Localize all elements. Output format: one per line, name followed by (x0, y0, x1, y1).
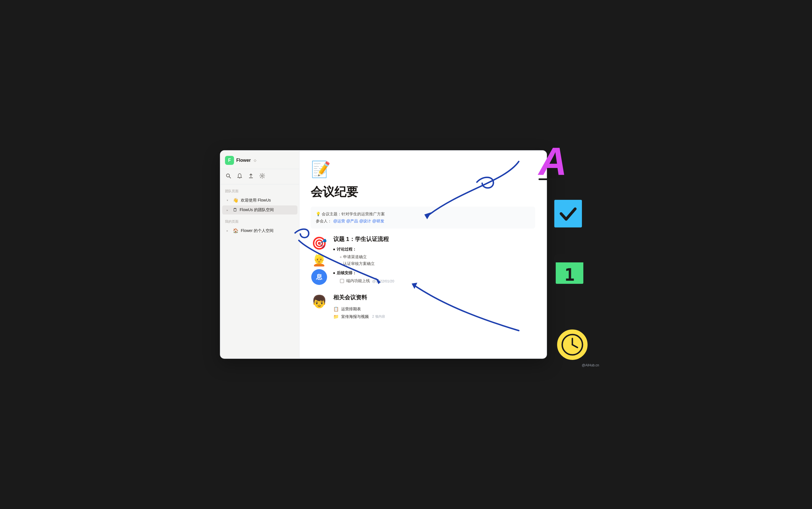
upload-icon[interactable] (248, 173, 254, 180)
main-content: 📝 会议纪要 💡 会议主题：针对学生的运营推广方案 参会人： @运营 @产品 @… (299, 151, 546, 358)
sub-bullet-item-1: 申请渠道确立 (340, 253, 535, 261)
sidebar: F Flower ◇ (221, 151, 299, 358)
deco-letter-a: A (539, 142, 581, 180)
expand-icon-team: ▸ (227, 209, 231, 212)
team-space-icon: 🗒 (233, 207, 237, 212)
file-name-schedule: 运营排期表 (341, 307, 361, 312)
file-item-schedule[interactable]: 📋 运营排期表 (333, 305, 535, 313)
svg-line-7 (229, 177, 231, 178)
sidebar-item-welcome[interactable]: ▾ 👋 欢迎使用 FlowUs (222, 196, 297, 205)
team-space-label: FlowUs 的团队空间 (240, 207, 274, 212)
file-badge-media: 2 项内容 (372, 314, 385, 319)
discussion-header: 讨论过程： (333, 247, 535, 252)
discussion-list: 申请渠道确立 认证审核方案确立 (333, 253, 535, 267)
sidebar-header: F Flower ◇ (221, 151, 299, 169)
avatar-target: 🎯 (311, 235, 327, 251)
meta-participants: @运营 @产品 @设计 @研发 (333, 217, 384, 225)
task-checkbox-1[interactable] (340, 279, 344, 283)
followup-section: 后续安排： 端内功能上线 @2022/01/20 (333, 271, 535, 285)
page-title: 会议纪要 (311, 184, 535, 200)
task-label-1: 端内功能上线 (346, 278, 370, 283)
file-item-media[interactable]: 📁 宣传海报与视频 2 项内容 (333, 313, 535, 320)
meta-subject: 💡 会议主题：针对学生的运营推广方案 (316, 210, 385, 217)
sidebar-item-personal-space[interactable]: ▸ 🏠 Flower 的个人空间 (222, 226, 297, 235)
task-item-1: 端内功能上线 @2022/01/20 (340, 277, 535, 285)
sub-bullet-item-2: 认证审核方案确立 (340, 261, 535, 267)
sidebar-toolbar (221, 169, 299, 184)
meta-subject-row: 💡 会议主题：针对学生的运营推广方案 (316, 210, 530, 217)
my-section-label: 我的页面 (221, 215, 299, 226)
app-card: F Flower ◇ (220, 150, 547, 359)
expand-icon-welcome: ▾ (227, 199, 231, 202)
sub-item-1-text: 申请渠道确立 (343, 254, 367, 260)
agenda-title: 议题 1：学生认证流程 (333, 235, 535, 243)
deco-checkbox (553, 198, 584, 229)
meta-participants-row: 参会人： @运营 @产品 @设计 @研发 (316, 217, 530, 225)
related-content: 相关会议资料 📋 运营排期表 📁 宣传海报与视频 2 项内容 (333, 294, 535, 320)
chevron-icon[interactable]: ◇ (254, 159, 256, 162)
svg-point-8 (261, 175, 263, 177)
meta-participants-label: 参会人： (316, 217, 331, 225)
followup-header: 后续安排： (333, 271, 535, 276)
watermark: @AIHub.cn (582, 363, 599, 367)
svg-line-2 (572, 345, 577, 347)
welcome-icon: 👋 (233, 198, 238, 203)
related-title: 相关会议资料 (333, 294, 535, 301)
sidebar-item-team-space[interactable]: ▸ 🗒 FlowUs 的团队空间 (222, 205, 297, 214)
file-icon-schedule: 📋 (333, 306, 339, 312)
personal-space-icon: 🏠 (233, 228, 238, 233)
agenda-content: 议题 1：学生认证流程 讨论过程： 申请渠道确立 (333, 235, 535, 288)
related-section: 👦 相关会议资料 📋 运营排期表 📁 宣传海报与视频 2 项内容 (311, 294, 535, 320)
avatar-xi: 息 (311, 269, 327, 285)
settings-icon[interactable] (259, 173, 265, 180)
task-list: 端内功能上线 @2022/01/20 (333, 277, 535, 285)
avatar-person: 👱 (311, 252, 327, 268)
task-date-1: @2022/01/20 (372, 279, 394, 283)
app-logo: F (225, 156, 234, 165)
agenda-section: 🎯 👱 息 议题 1：学生认证流程 讨论过程： (311, 235, 535, 288)
expand-icon-personal: ▸ (227, 229, 231, 232)
deco-clock (555, 328, 589, 362)
bullet-dot-discussion (333, 248, 335, 250)
agenda-avatars: 🎯 👱 息 (311, 235, 328, 288)
file-icon-media: 📁 (333, 314, 339, 319)
sub-circle-2 (340, 263, 342, 265)
related-avatars: 👦 (311, 294, 328, 320)
personal-space-label: Flower 的个人空间 (241, 228, 273, 233)
team-section-label: 团队页面 (221, 184, 299, 195)
svg-point-6 (226, 174, 229, 177)
avatar-blond: 👦 (311, 294, 327, 309)
search-icon[interactable] (226, 173, 231, 180)
app-name: Flower (236, 158, 251, 163)
welcome-label: 欢迎使用 FlowUs (241, 198, 271, 203)
sub-item-2-text: 认证审核方案确立 (343, 261, 375, 266)
page-icon: 📝 (311, 159, 331, 179)
bell-icon[interactable] (237, 173, 242, 180)
discussion-section: 讨论过程： 申请渠道确立 认证审核方案确立 (333, 247, 535, 267)
sub-circle-1 (340, 257, 342, 258)
file-name-media: 宣传海报与视频 (341, 314, 369, 319)
deco-calendar: 1 (554, 254, 585, 285)
meeting-meta: 💡 会议主题：针对学生的运营推广方案 参会人： @运营 @产品 @设计 @研发 (311, 207, 535, 229)
screen-wrapper: A 1 (208, 139, 604, 370)
page-icon-container: 📝 (311, 159, 535, 179)
bullet-dot-followup (333, 272, 335, 274)
